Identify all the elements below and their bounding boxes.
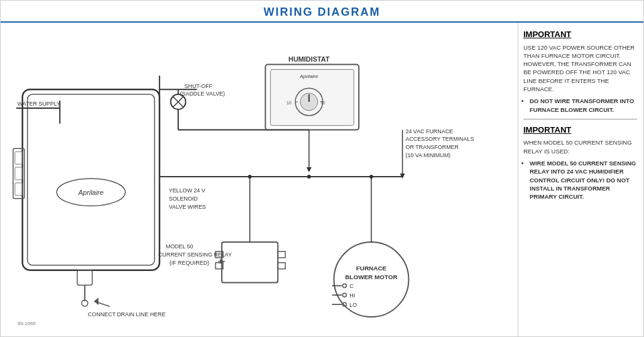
svg-rect-36 (278, 251, 285, 258)
important-text-2: WHEN MODEL 50 CURRENT SENSING RELAY IS U… (523, 138, 637, 155)
important-bullet-1: DO NOT WIRE TRANSFORMER INTO FURNACE BLO… (530, 97, 637, 114)
page-title: WIRING DIAGRAM (264, 6, 381, 18)
doc-number: 90-1066 (18, 321, 36, 326)
vac-24-label: 24 VAC FURNACE (405, 128, 453, 135)
diagram-area: Aprilaire WATER SUPPLY SHU (1, 23, 518, 337)
svg-point-51 (369, 175, 373, 179)
min-va-label: (10 VA MINIMUM) (405, 152, 450, 158)
terminal-c: C (349, 283, 354, 289)
dial-low: 10 (287, 101, 292, 105)
title-bar: WIRING DIAGRAM (1, 1, 643, 23)
current-sensing-label: CURRENT SENSING RELAY (158, 251, 232, 258)
humidistat-aprilaire: Aprilaire (299, 74, 319, 79)
if-required-label: (IF REQUIRED) (170, 260, 209, 266)
aprilaire-label: Aprilaire (78, 189, 104, 196)
right-panel: IMPORTANT USE 120 VAC POWER SOURCE OTHER… (518, 23, 643, 337)
important-bullet-2: WIRE MODEL 50 CURRENT SENSING RELAY INTO… (530, 159, 637, 201)
model-50-label: MODEL 50 (166, 243, 194, 250)
important-text-1: USE 120 VAC POWER SOURCE OTHER THAN FURN… (523, 43, 637, 94)
svg-marker-53 (94, 297, 99, 305)
terminal-hi: HI (349, 292, 355, 299)
shut-off-label: SHUT-OFF (185, 83, 213, 89)
important-heading-1: IMPORTANT (523, 29, 637, 40)
svg-rect-7 (77, 270, 92, 285)
important-heading-2: IMPORTANT (523, 124, 637, 136)
accessory-label: ACCESSORY TERMINALS (405, 136, 474, 142)
svg-point-45 (342, 284, 346, 287)
svg-rect-1 (28, 94, 155, 265)
svg-rect-5 (15, 167, 23, 180)
saddle-valve-label: (SADDLE VALVE) (180, 91, 225, 97)
furnace-label: FURNACE (356, 265, 387, 272)
water-supply-label: WATER SUPPLY (18, 101, 60, 107)
terminal-lo: LO (349, 302, 357, 308)
important-bullet-2-bold: WIRE MODEL 50 CURRENT SENSING RELAY INTO… (530, 160, 636, 200)
important-bullet-1-bold: DO NOT WIRE TRANSFORMER INTO FURNACE BLO… (530, 97, 634, 113)
page-container: WIRING DIAGRAM Aprilaire (0, 0, 644, 337)
svg-rect-0 (23, 89, 160, 270)
svg-rect-4 (15, 152, 23, 164)
divider (523, 119, 637, 119)
valve-wires-label: VALVE WIRES (169, 204, 206, 210)
humidistat-label: HUMIDISTAT (288, 55, 330, 63)
solenoid-label: SOLENOID (169, 196, 198, 202)
wiring-diagram-svg: Aprilaire WATER SUPPLY SHU (4, 26, 515, 334)
svg-rect-38 (278, 263, 285, 269)
svg-point-42 (248, 175, 252, 179)
svg-marker-28 (307, 167, 312, 172)
svg-point-47 (342, 293, 346, 297)
svg-rect-6 (15, 183, 23, 196)
svg-point-31 (307, 175, 311, 179)
dial-high: 70 (320, 101, 325, 105)
connect-drain-label: CONNECT DRAIN LINE HERE (88, 311, 166, 318)
svg-rect-34 (222, 242, 278, 282)
blower-motor-label: BLOWER MOTOR (345, 273, 397, 280)
or-transformer-label: OR TRANSFORMER (405, 144, 459, 150)
yellow-24v-label: YELLOW 24 V (169, 187, 205, 194)
content-area: Aprilaire WATER SUPPLY SHU (1, 23, 643, 337)
